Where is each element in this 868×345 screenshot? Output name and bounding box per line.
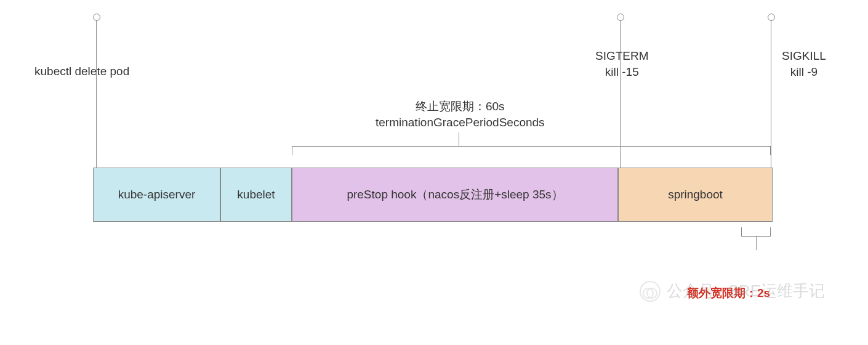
brace-label-line: terminationGracePeriodSeconds [376,116,545,129]
pin-label-line: kill -9 [790,65,818,78]
pin-label-kubectl-delete: kubectl delete pod [34,63,129,79]
bar-label: kube-apiserver [118,188,196,201]
extra-grace-stem [756,237,757,250]
extra-grace-label: 额外宽限期：2s [687,285,770,301]
grace-period-label: 终止宽限期：60s terminationGracePeriodSeconds [376,99,545,130]
pin-label-sigterm: SIGTERM kill -15 [595,48,649,79]
pin-label-line: SIGTERM [595,49,649,62]
brace-label-line: 终止宽限期：60s [416,100,505,113]
pod-termination-timeline: kube-apiserver kubelet preStop hook（naco… [0,0,868,345]
pin-label-line: SIGKILL [782,49,826,62]
grace-period-span [292,146,771,155]
pin-sigkill [771,17,771,168]
pin-label-sigkill: SIGKILL kill -9 [782,48,826,79]
bar-label: kubelet [237,188,275,201]
pin-label-line: kill -15 [605,65,639,78]
bar-kubelet: kubelet [220,168,292,222]
bar-prestop-hook: preStop hook（nacos反注册+sleep 35s） [292,168,618,222]
grace-period-stem [459,132,459,146]
extra-grace-span [741,223,771,237]
pin-sigterm [620,17,621,168]
wechat-icon [640,281,661,302]
pin-label-line: kubectl delete pod [34,65,129,78]
bar-label: preStop hook（nacos反注册+sleep 35s） [347,187,563,203]
extra-grace-text: 额外宽限期：2s [687,286,770,299]
pin-kubectl-delete [96,17,97,168]
bar-label: springboot [668,188,723,201]
bar-springboot: springboot [618,168,773,222]
bar-kube-apiserver: kube-apiserver [93,168,220,222]
